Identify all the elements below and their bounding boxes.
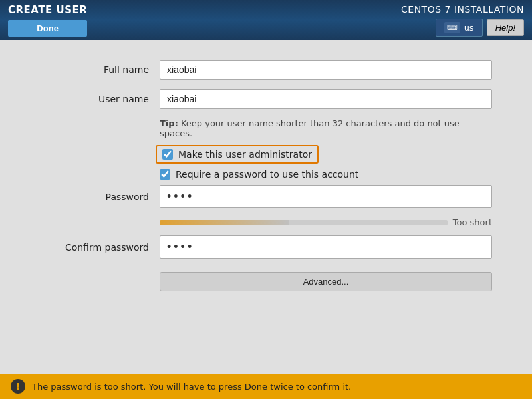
- strength-label: Too short: [453, 217, 492, 227]
- install-title: CENTOS 7 INSTALLATION: [401, 4, 524, 15]
- tip-text: Tip: Keep your user name shorter than 32…: [160, 118, 492, 138]
- confirm-password-row: Confirm password: [40, 235, 492, 259]
- require-password-row: Require a password to use this account: [160, 169, 492, 180]
- admin-checkbox[interactable]: [162, 149, 173, 160]
- confirm-label: Confirm password: [40, 242, 160, 253]
- help-button[interactable]: Help!: [487, 19, 524, 36]
- strength-row: Too short: [160, 217, 492, 227]
- strength-bar-container: [160, 220, 448, 225]
- warning-text: The password is too short. You will have…: [32, 382, 351, 392]
- tip-row: Tip: Keep your user name shorter than 32…: [160, 118, 492, 138]
- username-label: User name: [40, 94, 160, 104]
- header: CREATE USER Done CENTOS 7 INSTALLATION ⌨…: [0, 0, 532, 40]
- require-password-label[interactable]: Require a password to use this account: [176, 169, 358, 180]
- advanced-button[interactable]: Advanced...: [160, 272, 492, 291]
- header-controls: ⌨ us Help!: [436, 19, 524, 37]
- keyboard-lang: us: [464, 23, 474, 33]
- password-input[interactable]: [160, 185, 492, 208]
- confirm-password-input[interactable]: [160, 235, 492, 259]
- fullname-input[interactable]: [160, 60, 492, 80]
- tip-body: Keep your user name shorter than 32 char…: [160, 118, 460, 138]
- keyboard-indicator[interactable]: ⌨ us: [436, 19, 483, 37]
- fullname-label: Full name: [40, 65, 160, 75]
- keyboard-icon: ⌨: [444, 22, 460, 33]
- strength-bar-fill: [160, 220, 289, 225]
- header-left: CREATE USER Done: [8, 4, 87, 37]
- tip-prefix: Tip:: [160, 118, 178, 128]
- username-input[interactable]: [160, 89, 492, 109]
- admin-checkbox-label[interactable]: Make this user administrator: [178, 149, 312, 160]
- password-label: Password: [40, 192, 160, 202]
- password-row: Password: [40, 185, 492, 208]
- warning-icon: !: [11, 379, 25, 394]
- warning-bar: ! The password is too short. You will ha…: [0, 374, 532, 399]
- admin-checkbox-row[interactable]: Make this user administrator: [156, 145, 319, 164]
- main-content: Full name User name Tip: Keep your user …: [0, 40, 532, 374]
- page-title: CREATE USER: [8, 4, 87, 16]
- fullname-row: Full name: [40, 60, 492, 80]
- header-right: CENTOS 7 INSTALLATION ⌨ us Help!: [401, 4, 524, 37]
- username-row: User name: [40, 89, 492, 109]
- done-button[interactable]: Done: [8, 20, 87, 37]
- require-password-checkbox[interactable]: [160, 169, 170, 180]
